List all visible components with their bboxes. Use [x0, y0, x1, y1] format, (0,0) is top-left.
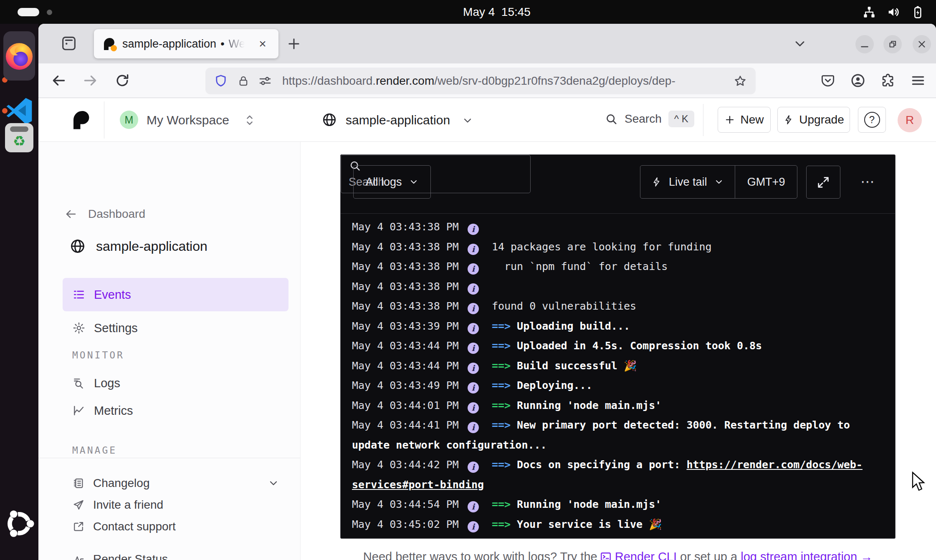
browser-tab[interactable]: sample-application • We ×	[94, 29, 278, 58]
gear-icon	[72, 321, 86, 335]
bolt-icon	[651, 177, 662, 187]
log-row: May 4 03:44:41 PMi==> New primary port d…	[352, 415, 883, 455]
question-icon: ?	[864, 112, 880, 128]
account-icon[interactable]	[850, 73, 866, 88]
forward-arrow-icon[interactable]	[82, 73, 98, 88]
window-close-button[interactable]	[913, 35, 931, 53]
browser-window: sample-application • We × https://dashbo…	[38, 24, 936, 560]
restore-icon	[887, 39, 898, 50]
info-icon: i	[468, 422, 479, 433]
menu-icon[interactable]	[910, 73, 926, 88]
dock: ♻	[0, 24, 38, 560]
new-button[interactable]: New	[718, 107, 771, 133]
chevron-updown-icon[interactable]	[243, 114, 256, 126]
info-icon: i	[468, 224, 479, 235]
dock-item-firefox[interactable]	[3, 31, 35, 81]
log-timestamp: May 4 03:44:01 PM	[352, 399, 459, 411]
bookmark-star-icon[interactable]	[733, 74, 747, 88]
upgrade-button[interactable]: Upgrade	[777, 107, 850, 133]
workspace-indicator-pill[interactable]	[18, 8, 39, 16]
url-input[interactable]: https://dashboard.render.com/web/srv-d0b…	[205, 68, 756, 94]
render-logo-icon[interactable]	[71, 110, 91, 130]
extensions-icon[interactable]	[880, 73, 896, 88]
dock-item-ubuntu[interactable]	[3, 507, 35, 540]
info-icon: i	[468, 501, 479, 512]
chevron-down-icon[interactable]	[462, 115, 473, 126]
sidebar-item-changelog[interactable]: Changelog	[63, 471, 288, 495]
log-timestamp: May 4 03:43:44 PM	[352, 340, 459, 352]
window-restore-button[interactable]	[883, 35, 902, 53]
log-timestamp: May 4 03:44:42 PM	[352, 459, 459, 471]
sidebar-item-settings[interactable]: Settings	[63, 315, 288, 341]
sidebar-item-invite-a-friend[interactable]: Invite a friend	[63, 493, 288, 517]
tab-bar: sample-application • We ×	[38, 24, 936, 63]
log-row: May 4 03:43:49 PMi==> Deploying...	[352, 376, 883, 396]
timezone-button[interactable]: GMT+9	[735, 176, 797, 189]
log-row: May 4 03:43:38 PMi	[352, 277, 883, 297]
sidebar-item-events[interactable]: Events	[63, 278, 288, 311]
firefox-view-icon[interactable]	[60, 35, 78, 52]
info-icon: i	[468, 323, 479, 334]
log-timestamp: May 4 03:44:41 PM	[352, 419, 459, 431]
log-row: May 4 03:43:38 PMi14 packages are lookin…	[352, 237, 883, 257]
system-tray[interactable]	[863, 0, 924, 24]
sidebar-item-contact-support[interactable]: Contact support	[63, 515, 288, 539]
log-message: Uploading build...	[517, 320, 630, 332]
log-row: May 4 03:43:38 PMifound 0 vulnerabilitie…	[352, 296, 883, 316]
help-button[interactable]: ?	[858, 107, 886, 133]
chevron-down-icon	[714, 177, 724, 187]
log-message: Running 'node main.mjs'	[517, 498, 661, 510]
workspace-avatar[interactable]: M	[120, 111, 138, 129]
log-timestamp: May 4 03:43:38 PM	[352, 280, 459, 293]
sidebar-item-logs[interactable]: Logs	[63, 370, 288, 396]
sidebar-item-label: Metrics	[94, 404, 133, 418]
render-cli-link[interactable]: Render CLI	[615, 550, 677, 560]
pocket-icon[interactable]	[820, 73, 836, 88]
new-tab-button[interactable]	[286, 36, 301, 51]
service-selector[interactable]: sample-application	[346, 113, 450, 127]
list-tabs-chevron-icon[interactable]	[792, 36, 807, 51]
log-filter-dropdown[interactable]: All logs	[353, 165, 431, 199]
sidebar-item-label: Invite a friend	[93, 498, 163, 512]
user-avatar[interactable]: R	[898, 108, 922, 132]
workspace-selector[interactable]: My Workspace	[147, 113, 229, 127]
sidebar-service-name[interactable]: sample-application	[69, 238, 207, 255]
info-icon: i	[468, 303, 479, 314]
log-stream-integration-link[interactable]: log stream integration →	[741, 550, 873, 560]
log-row: May 4 03:43:39 PMi==> Uploading build...	[352, 316, 883, 336]
tab-title-suffix: We	[229, 38, 245, 50]
system-clock[interactable]: May 4 15:45	[438, 0, 555, 24]
vscode-icon	[4, 96, 34, 126]
info-icon: i	[468, 244, 479, 255]
log-message: 14 packages are looking for funding	[492, 241, 712, 253]
window-minimize-button[interactable]	[855, 35, 874, 53]
chevron-down-icon	[268, 477, 279, 489]
bolt-icon	[783, 114, 794, 125]
back-arrow-icon[interactable]	[51, 73, 67, 88]
permissions-icon[interactable]	[258, 74, 272, 88]
invite-icon	[72, 499, 85, 511]
log-message: Running 'node main.mjs'	[517, 399, 661, 411]
changelog-icon	[72, 477, 85, 489]
global-search-button[interactable]: Search ^ K	[605, 111, 694, 127]
sidebar-item-render-status[interactable]: Render Status	[63, 547, 288, 560]
sidebar-back-dashboard[interactable]: Dashboard	[65, 207, 145, 221]
more-options-button[interactable]: ⋯	[860, 173, 876, 190]
sidebar-section-manage: MANAGE	[72, 445, 117, 456]
log-row: May 4 03:43:38 PMi	[352, 217, 883, 237]
dock-item-trash[interactable]: ♻	[3, 123, 35, 152]
live-tail-button[interactable]: Live tail	[640, 166, 735, 198]
lock-icon[interactable]	[237, 75, 250, 87]
log-row: May 4 03:43:44 PMi==> Build successful 🎉	[352, 356, 883, 376]
info-icon: i	[468, 263, 479, 275]
workspace-indicator-dot[interactable]	[47, 10, 52, 15]
search-icon	[605, 112, 618, 126]
tab-title-separator: •	[220, 38, 224, 50]
shield-icon[interactable]	[214, 74, 228, 88]
sidebar-item-metrics[interactable]: Metrics	[63, 397, 288, 424]
expand-logs-button[interactable]	[806, 166, 840, 199]
log-message: Deploying...	[517, 379, 592, 391]
reload-icon[interactable]	[114, 73, 130, 88]
tab-close-button[interactable]: ×	[255, 36, 270, 51]
log-arrow: ==>	[492, 419, 517, 431]
